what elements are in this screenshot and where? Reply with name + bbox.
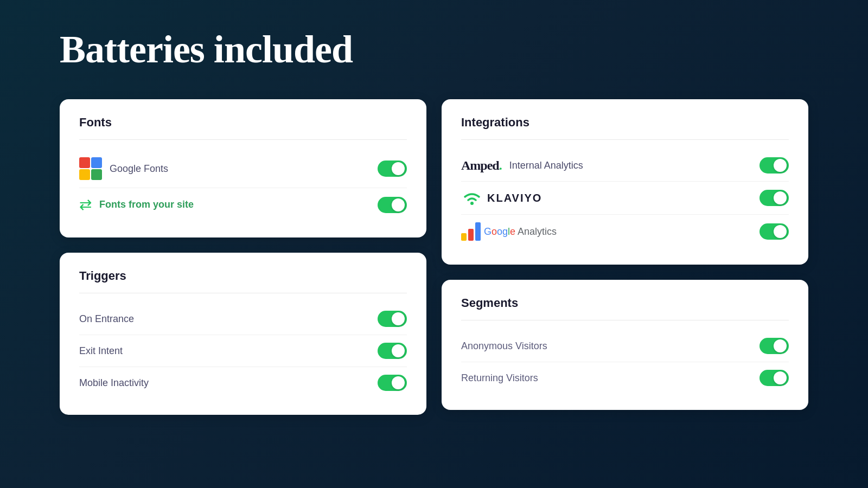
- exit-intent-label: Exit Intent: [79, 345, 123, 357]
- ga-bars-icon: [461, 222, 481, 241]
- right-column: Integrations Amped. Internal Analytics: [442, 99, 808, 415]
- mobile-inactivity-label: Mobile Inactivity: [79, 377, 149, 389]
- exit-intent-toggle[interactable]: [378, 343, 407, 359]
- site-fonts-row: ⇄ Fonts from your site: [79, 188, 407, 221]
- klaviyo-logo-container: KLAVIYO: [461, 189, 542, 207]
- segments-card-title: Segments: [461, 296, 789, 320]
- segments-card: Segments Anonymous Visitors Returning Vi…: [442, 280, 808, 410]
- cards-container: Fonts Google Fonts ⇄ Fonts: [0, 78, 868, 436]
- svg-rect-1: [91, 157, 102, 168]
- google-analytics-logo: Google Analytics: [461, 222, 557, 241]
- fonts-card-title: Fonts: [79, 115, 407, 140]
- page-title: Batteries included: [0, 0, 868, 72]
- anonymous-visitors-toggle[interactable]: [760, 338, 789, 354]
- google-fonts-icon: [79, 157, 102, 180]
- amped-row: Amped. Internal Analytics: [461, 150, 789, 181]
- google-fonts-toggle[interactable]: [378, 160, 407, 177]
- exit-intent-row: Exit Intent: [79, 335, 407, 367]
- mobile-inactivity-row: Mobile Inactivity: [79, 367, 407, 399]
- amped-logo: Amped.: [461, 158, 502, 173]
- on-entrance-row: On Entrance: [79, 303, 407, 335]
- mobile-inactivity-toggle[interactable]: [378, 375, 407, 391]
- arrows-icon: ⇄: [79, 196, 92, 214]
- amped-toggle[interactable]: [760, 157, 789, 174]
- fonts-card: Fonts Google Fonts ⇄ Fonts: [60, 99, 426, 237]
- google-fonts-label: Google Fonts: [110, 163, 168, 175]
- integrations-card-title: Integrations: [461, 115, 789, 140]
- svg-rect-2: [79, 169, 90, 180]
- svg-rect-3: [91, 169, 102, 180]
- triggers-card: Triggers On Entrance Exit Intent Mobile …: [60, 253, 426, 415]
- anonymous-visitors-label: Anonymous Visitors: [461, 341, 547, 352]
- left-column: Fonts Google Fonts ⇄ Fonts: [60, 99, 426, 415]
- klaviyo-toggle[interactable]: [760, 190, 789, 206]
- google-fonts-row: Google Fonts: [79, 150, 407, 188]
- amped-label: Internal Analytics: [509, 160, 583, 171]
- triggers-card-title: Triggers: [79, 269, 407, 293]
- integrations-card: Integrations Amped. Internal Analytics: [442, 99, 808, 265]
- on-entrance-label: On Entrance: [79, 313, 134, 325]
- anonymous-visitors-row: Anonymous Visitors: [461, 330, 789, 362]
- returning-visitors-label: Returning Visitors: [461, 373, 538, 384]
- returning-visitors-row: Returning Visitors: [461, 362, 789, 394]
- returning-visitors-toggle[interactable]: [760, 370, 789, 386]
- google-analytics-label: Google Analytics: [484, 226, 557, 237]
- google-analytics-toggle[interactable]: [760, 223, 789, 240]
- klaviyo-icon: [461, 189, 483, 207]
- klaviyo-row: KLAVIYO: [461, 181, 789, 214]
- google-analytics-row: Google Analytics: [461, 214, 789, 248]
- klaviyo-text: KLAVIYO: [487, 192, 542, 204]
- on-entrance-toggle[interactable]: [378, 311, 407, 327]
- site-fonts-toggle[interactable]: [378, 197, 407, 213]
- site-fonts-label: Fonts from your site: [99, 199, 194, 210]
- svg-rect-0: [79, 157, 90, 168]
- svg-point-4: [470, 202, 474, 205]
